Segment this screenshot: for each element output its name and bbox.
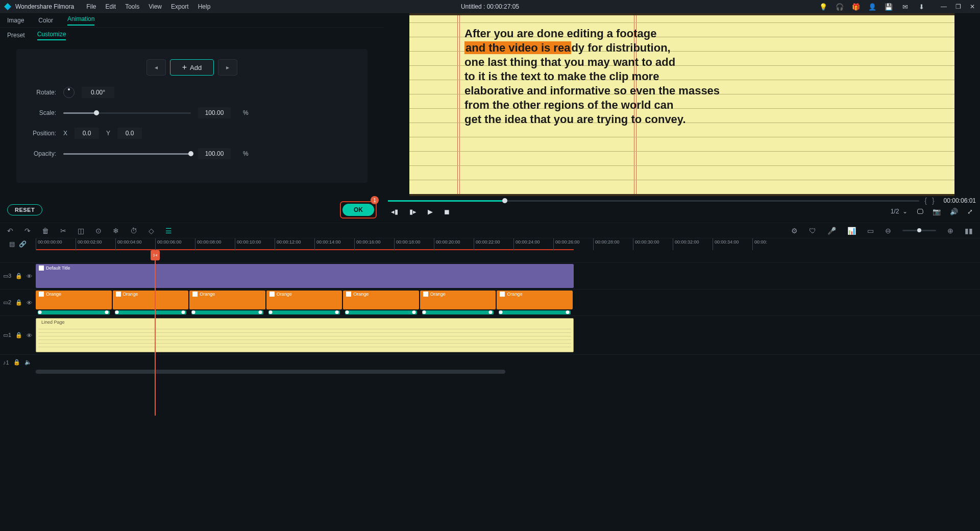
track-layout-icon[interactable]: ▤ <box>9 240 15 248</box>
keyframe-strip[interactable] <box>268 310 340 315</box>
zoom-fit-icon[interactable]: ▮▮ <box>965 227 973 235</box>
step-forward-button[interactable]: ▮▸ <box>409 208 416 215</box>
timeline-hscrollbar[interactable] <box>0 370 980 375</box>
scale-slider[interactable] <box>63 112 191 114</box>
keyframe-strip[interactable] <box>345 310 417 315</box>
orange-clip[interactable]: Orange <box>420 291 496 309</box>
volume-icon[interactable]: 🔊 <box>950 208 958 215</box>
position-y-label: Y <box>106 130 110 137</box>
freeze-icon[interactable]: ❄ <box>113 227 119 235</box>
keyframe-strip[interactable] <box>422 310 494 315</box>
track-visible-icon[interactable]: 👁 <box>27 300 32 306</box>
position-y-input[interactable] <box>117 128 142 139</box>
ruler-tick: 00:00:02:00 <box>76 238 102 250</box>
subtab-preset[interactable]: Preset <box>7 32 25 39</box>
split-icon[interactable]: ✂ <box>60 227 66 235</box>
effects-panel: Image Color Animation Preset Customize ◂… <box>0 13 384 223</box>
monitor-icon[interactable]: 🖵 <box>917 208 923 215</box>
user-icon[interactable]: 👤 <box>869 3 876 10</box>
tab-image[interactable]: Image <box>7 17 24 24</box>
scale-input[interactable] <box>198 107 231 118</box>
speed-icon[interactable]: ⊙ <box>95 227 102 235</box>
keyframe-strip[interactable] <box>38 310 110 315</box>
shield-icon[interactable]: 🛡 <box>809 227 816 235</box>
aspect-icon[interactable]: ▭ <box>867 227 874 235</box>
orange-clip[interactable]: Orange <box>497 291 573 309</box>
adjust-icon[interactable]: ☰ <box>165 227 172 235</box>
menu-tools[interactable]: Tools <box>125 3 139 10</box>
opacity-input[interactable] <box>198 148 231 159</box>
title-clip[interactable]: Default Title <box>36 264 574 288</box>
subtab-customize[interactable]: Customize <box>37 31 66 40</box>
keyframe-strip[interactable] <box>499 310 571 315</box>
window-maximize-icon[interactable]: ❐ <box>954 3 962 10</box>
crop-icon[interactable]: ◫ <box>78 227 84 235</box>
rotate-dial[interactable] <box>63 87 75 98</box>
render-icon[interactable]: ⚙ <box>791 227 798 235</box>
menu-file[interactable]: File <box>86 3 96 10</box>
fullscreen-icon[interactable]: ⤢ <box>967 208 973 215</box>
zoom-out-icon[interactable]: ⊖ <box>885 227 891 235</box>
timeline-ruler[interactable]: 00:00:00:0000:00:02:0000:00:04:0000:00:0… <box>36 238 980 250</box>
track-lock-icon[interactable]: 🔒 <box>15 332 22 339</box>
play-button[interactable]: ▶ <box>428 208 433 215</box>
opacity-slider[interactable] <box>63 153 191 155</box>
mail-icon[interactable]: ✉ <box>901 3 909 10</box>
delete-icon[interactable]: 🗑 <box>42 227 49 235</box>
menu-view[interactable]: View <box>149 3 162 10</box>
track-mute-icon[interactable]: 🔈 <box>24 359 32 366</box>
lined-page-clip[interactable]: Lined Page <box>36 318 574 352</box>
window-close-icon[interactable]: ✕ <box>969 3 976 10</box>
ruler-tick: 00:00:26:00 <box>553 238 580 250</box>
track-lock-icon[interactable]: 🔒 <box>15 273 22 279</box>
link-icon[interactable]: 🔗 <box>19 240 27 248</box>
menu-edit[interactable]: Edit <box>106 3 116 10</box>
orange-clip[interactable]: Orange <box>113 291 189 309</box>
add-keyframe-button[interactable]: +Add <box>170 59 214 76</box>
rotate-input[interactable] <box>82 87 114 98</box>
step-back-button[interactable]: ◂▮ <box>391 208 398 215</box>
track-lock-icon[interactable]: 🔒 <box>13 359 20 366</box>
lightbulb-icon[interactable]: 💡 <box>820 3 827 10</box>
stop-button[interactable]: ◼ <box>444 208 450 215</box>
save-icon[interactable]: 💾 <box>885 3 892 10</box>
orange-clip[interactable]: Orange <box>36 291 112 309</box>
headphones-icon[interactable]: 🎧 <box>836 3 843 10</box>
menu-export[interactable]: Export <box>171 3 189 10</box>
track-visible-icon[interactable]: 👁 <box>27 332 32 339</box>
snapshot-icon[interactable]: 📷 <box>933 208 941 215</box>
ok-button[interactable]: OK <box>342 204 374 216</box>
reset-button[interactable]: RESET <box>7 204 42 215</box>
text-icon <box>39 266 44 271</box>
mixer-icon[interactable]: 📊 <box>847 227 856 235</box>
window-minimize-icon[interactable]: — <box>940 3 947 10</box>
menu-help[interactable]: Help <box>198 3 211 10</box>
redo-icon[interactable]: ↷ <box>24 227 31 235</box>
download-icon[interactable]: ⬇ <box>918 3 925 10</box>
tab-animation[interactable]: Animation <box>67 15 94 26</box>
track-video-icon: ▭3 <box>3 273 11 279</box>
keyframe-strip[interactable] <box>191 310 263 315</box>
ruler-tick: 00:00:22:00 <box>474 238 500 250</box>
mic-icon[interactable]: 🎤 <box>827 227 836 235</box>
marker-area[interactable]: ✂ <box>36 250 980 262</box>
preview-progress-slider[interactable] <box>388 200 919 202</box>
orange-clip[interactable]: Orange <box>189 291 265 309</box>
orange-clip[interactable]: Orange <box>343 291 419 309</box>
gift-icon[interactable]: 🎁 <box>852 3 860 10</box>
tab-color[interactable]: Color <box>38 17 53 24</box>
zoom-in-icon[interactable]: ⊕ <box>947 227 953 235</box>
next-keyframe-button[interactable]: ▸ <box>218 59 237 76</box>
preview-zoom-select[interactable]: 1/2 ⌄ <box>891 208 908 215</box>
undo-icon[interactable]: ↶ <box>7 227 13 235</box>
marker-icon[interactable]: ◇ <box>149 227 154 235</box>
duration-icon[interactable]: ⏱ <box>130 227 137 235</box>
timeline-zoom-slider[interactable] <box>902 230 936 231</box>
prev-keyframe-button[interactable]: ◂ <box>146 59 166 76</box>
ruler-tick: 00:00:00:00 <box>36 238 62 250</box>
keyframe-strip[interactable] <box>115 310 187 315</box>
orange-clip[interactable]: Orange <box>266 291 342 309</box>
track-visible-icon[interactable]: 👁 <box>27 273 32 279</box>
position-x-input[interactable] <box>75 128 99 139</box>
track-lock-icon[interactable]: 🔒 <box>15 299 22 306</box>
